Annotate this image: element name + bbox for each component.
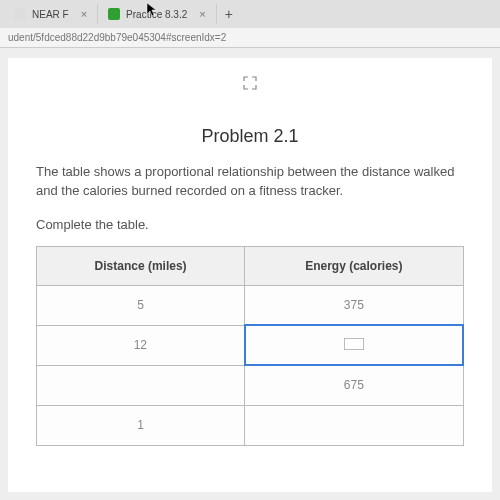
- cell-distance[interactable]: 1: [37, 405, 245, 445]
- tab-label: Practice 8.3.2: [126, 9, 187, 20]
- table-row: 12: [37, 325, 464, 365]
- tab-practice[interactable]: Practice 8.3.2 ×: [98, 4, 217, 24]
- problem-description: The table shows a proportional relations…: [36, 163, 464, 201]
- page: Problem 2.1 The table shows a proportion…: [8, 58, 492, 492]
- cell-distance[interactable]: 5: [37, 285, 245, 325]
- browser-tab-bar: NEAR F × Practice 8.3.2 × +: [0, 0, 500, 28]
- close-icon[interactable]: ×: [81, 8, 87, 20]
- cell-energy[interactable]: [245, 405, 463, 445]
- problem-title: Problem 2.1: [36, 126, 464, 147]
- cell-energy-active[interactable]: [245, 325, 463, 365]
- tab-favicon: [14, 8, 26, 20]
- cell-distance[interactable]: 12: [37, 325, 245, 365]
- new-tab-button[interactable]: +: [217, 6, 241, 22]
- data-table: Distance (miles) Energy (calories) 5 375…: [36, 246, 464, 446]
- problem-instruction: Complete the table.: [36, 217, 464, 232]
- cell-distance[interactable]: [37, 365, 245, 405]
- table-header-distance: Distance (miles): [37, 246, 245, 285]
- cell-energy[interactable]: 675: [245, 365, 463, 405]
- table-row: 5 375: [37, 285, 464, 325]
- table-row: 675: [37, 365, 464, 405]
- fullscreen-icon[interactable]: [243, 76, 257, 92]
- tab-favicon: [108, 8, 120, 20]
- table-header-energy: Energy (calories): [245, 246, 463, 285]
- table-row: 1: [37, 405, 464, 445]
- content-area: Problem 2.1 The table shows a proportion…: [0, 48, 500, 500]
- url-bar[interactable]: udent/5fdced88d22d9bb79e045304#screenIdx…: [0, 28, 500, 48]
- close-icon[interactable]: ×: [199, 8, 205, 20]
- url-text: udent/5fdced88d22d9bb79e045304#screenIdx…: [8, 32, 226, 43]
- tab-near[interactable]: NEAR F ×: [4, 4, 98, 24]
- cell-energy[interactable]: 375: [245, 285, 463, 325]
- tab-label: NEAR F: [32, 9, 69, 20]
- input-placeholder-icon: [344, 338, 364, 350]
